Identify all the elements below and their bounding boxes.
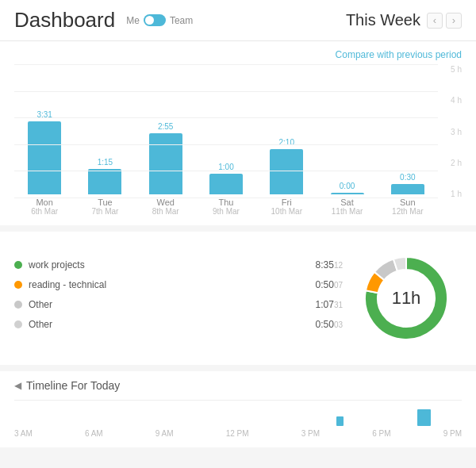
stat-time-main: 0:50	[316, 279, 334, 290]
y-axis-label: 1 h	[451, 190, 462, 198]
stat-time: 0:5003	[316, 318, 343, 330]
timeline-bar	[417, 409, 431, 426]
chart-area: 3:31Mon6th Mar1:15Tue7th Mar2:55Wed8th M…	[14, 65, 462, 216]
team-label: Team	[170, 15, 193, 26]
y-axis-label: 5 h	[451, 65, 462, 74]
timeline-tick: 9 AM	[155, 429, 174, 438]
header-left: Dashboard Me Team	[14, 8, 193, 33]
header-right: This Week ‹ ›	[346, 11, 462, 29]
bar-date: 12th Mar	[392, 207, 423, 216]
stat-time: 0:5007	[316, 278, 343, 290]
bar-date-group: Thu9th Mar	[213, 198, 240, 216]
stat-time-main: 1:07	[316, 299, 334, 310]
grid-line	[14, 198, 438, 198]
stat-dot	[14, 301, 22, 309]
timeline-tick: 6 AM	[85, 429, 103, 438]
bar-date: 8th Mar	[152, 207, 179, 216]
bar-date-group: Mon6th Mar	[31, 198, 58, 216]
grid-line	[14, 171, 438, 171]
stat-dot	[14, 281, 22, 289]
timeline-section: ◀ Timeline For Today 3 AM6 AM9 AM12 PM3 …	[0, 371, 476, 447]
stat-time-main: 0:50	[316, 319, 334, 330]
stat-time-main: 8:35	[316, 259, 334, 270]
bar-date: 9th Mar	[213, 207, 240, 216]
bar-date: 10th Mar	[271, 207, 302, 216]
timeline-tick: 9 PM	[443, 429, 462, 438]
y-axis-label: 4 h	[451, 96, 462, 105]
bar-date-group: Fri10th Mar	[271, 198, 302, 216]
donut-container: 11h	[351, 243, 462, 354]
bar-date: 7th Mar	[91, 207, 118, 216]
stat-time-small: 03	[334, 320, 343, 329]
timeline-bars	[14, 402, 462, 426]
bar-date-group: Wed8th Mar	[152, 198, 179, 216]
stat-name: Other	[29, 299, 309, 310]
prev-arrow[interactable]: ‹	[427, 13, 443, 29]
timeline-arrow-icon: ◀	[14, 380, 21, 391]
bar-day: Thu	[213, 198, 240, 207]
bar-day: Mon	[31, 198, 58, 207]
timeline-header: ◀ Timeline For Today	[14, 379, 462, 392]
stat-row: Other0:5003	[14, 318, 343, 330]
toggle-switch[interactable]	[144, 14, 166, 26]
me-label: Me	[126, 15, 140, 26]
nav-arrows: ‹ ›	[427, 13, 462, 29]
period-label[interactable]: This Week	[346, 11, 420, 29]
stat-name: Other	[29, 319, 309, 330]
timeline-tick: 3 PM	[301, 429, 320, 438]
stat-row: reading - technical0:5007	[14, 278, 343, 290]
bar-day: Sun	[392, 198, 423, 207]
y-axis-label: 3 h	[451, 128, 462, 136]
page-title: Dashboard	[14, 8, 115, 33]
grid-line	[14, 117, 438, 118]
grid-line	[14, 91, 438, 92]
timeline-axis: 3 AM6 AM9 AM12 PM3 PM6 PM9 PM	[14, 426, 462, 441]
y-axis-label: 2 h	[451, 159, 462, 167]
donut-total: 11h	[392, 288, 421, 309]
timeline-bar	[336, 416, 343, 426]
stat-time-small: 31	[334, 301, 343, 309]
stat-time-small: 07	[334, 281, 343, 290]
header: Dashboard Me Team This Week ‹ ›	[0, 0, 476, 41]
stat-dot	[14, 320, 22, 328]
bar-date: 6th Mar	[31, 207, 58, 216]
chart-grid	[14, 65, 438, 198]
bar-date-group: Tue7th Mar	[91, 198, 118, 216]
bar-day: Sat	[332, 198, 363, 207]
grid-line	[14, 144, 438, 145]
stat-dot	[14, 261, 22, 269]
bar-date: 11th Mar	[332, 207, 363, 216]
stats-list: work projects8:3512reading - technical0:…	[14, 259, 343, 338]
chart-y-axis: 5 h4 h3 h2 h1 h	[440, 65, 462, 198]
stat-time-small: 12	[334, 261, 343, 270]
timeline-title: Timeline For Today	[26, 379, 120, 392]
bar-day: Fri	[271, 198, 302, 207]
timeline-tick: 3 AM	[14, 429, 33, 438]
compare-link[interactable]: Compare with previous period	[14, 49, 462, 60]
stats-section: work projects8:3512reading - technical0:…	[0, 232, 476, 365]
next-arrow[interactable]: ›	[446, 13, 462, 29]
grid-line	[14, 64, 438, 65]
stat-row: work projects8:3512	[14, 259, 343, 270]
stat-time: 1:0731	[316, 298, 343, 310]
chart-section: Compare with previous period 3:31Mon6th …	[0, 41, 476, 225]
stat-name: reading - technical	[29, 279, 309, 290]
bar-date-group: Sat11th Mar	[332, 198, 363, 216]
timeline-tick: 6 PM	[372, 429, 390, 438]
bar-date-group: Sun12th Mar	[392, 198, 423, 216]
me-team-toggle[interactable]: Me Team	[126, 14, 193, 26]
stat-row: Other1:0731	[14, 298, 343, 310]
timeline-chart: 3 AM6 AM9 AM12 PM3 PM6 PM9 PM	[14, 400, 462, 447]
stat-name: work projects	[29, 259, 309, 270]
timeline-tick: 12 PM	[226, 429, 249, 438]
bar-day: Tue	[91, 198, 118, 207]
stat-time: 8:3512	[316, 259, 343, 270]
bar-day: Wed	[152, 198, 179, 207]
